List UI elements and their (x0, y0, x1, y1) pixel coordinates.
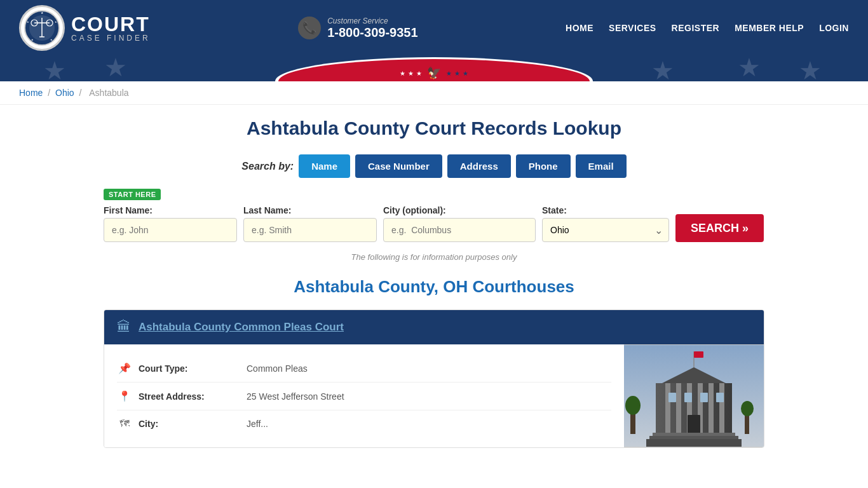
breadcrumb-state[interactable]: Ohio (55, 88, 74, 98)
search-button[interactable]: SEARCH » (675, 214, 764, 242)
svg-rect-20 (676, 383, 681, 434)
nav-register[interactable]: REGISTER (672, 23, 720, 33)
search-by-row: Search by: Name Case Number Address Phon… (104, 154, 764, 178)
state-select[interactable]: Ohio Alabama Alaska Arizona Arkansas Cal… (542, 218, 669, 242)
breadcrumb-home[interactable]: Home (19, 88, 43, 98)
first-name-label: First Name: (104, 205, 237, 215)
svg-rect-32 (646, 439, 742, 447)
logo-text: COURT CASE FINDER (71, 14, 151, 42)
main-content: Ashtabula County Court Records Lookup Se… (85, 105, 783, 473)
header-banner: ★ ★ ★ ★ ★ ★ ★ ★ 🦅 ★ ★ ★ (0, 56, 868, 81)
breadcrumb: Home / Ohio / Ashtabula (0, 81, 868, 105)
stars-left: ★ ★ ★ (400, 70, 422, 77)
start-here-badge: START HERE (104, 189, 161, 200)
search-form: First Name: Last Name: City (optional): … (104, 205, 764, 242)
star-1: ★ (400, 70, 405, 77)
search-by-label: Search by: (241, 161, 294, 172)
page-title: Ashtabula County Court Records Lookup (104, 118, 764, 139)
star-3: ★ (416, 70, 422, 77)
breadcrumb-sep-2: / (79, 88, 85, 98)
last-name-label: Last Name: (243, 205, 377, 215)
last-name-input[interactable] (243, 218, 377, 242)
star-6: ★ (463, 70, 468, 77)
logo-emblem: ★ ★ ★ ★ ★ (19, 5, 65, 51)
svg-text:★: ★ (55, 20, 57, 24)
main-nav: HOME SERVICES REGISTER MEMBER HELP LOGIN (566, 23, 849, 33)
star-4: ★ (446, 70, 452, 77)
svg-rect-30 (653, 433, 735, 436)
tab-address[interactable]: Address (447, 154, 511, 178)
city-label-detail: City: (139, 419, 240, 429)
star-5: ★ (454, 70, 460, 77)
first-name-group: First Name: (104, 205, 237, 242)
street-address-label: Street Address: (139, 391, 240, 402)
svg-rect-24 (719, 383, 724, 434)
cs-text: Customer Service 1-800-309-9351 (327, 17, 417, 40)
city-row: 🗺 City: Jeff... (117, 410, 611, 437)
city-group: City (optional): (383, 205, 536, 242)
courthouse-icon: 🏛 (117, 319, 131, 336)
pin-icon: 📌 (117, 362, 132, 374)
courthouse-header: 🏛 Ashtabula County Common Pleas Court (104, 310, 764, 344)
courthouse-card: 🏛 Ashtabula County Common Pleas Court 📌 … (104, 309, 764, 448)
phone-icon: 📞 (298, 17, 321, 39)
state-group: State: Ohio Alabama Alaska Arizona Arkan… (542, 205, 669, 242)
info-note: The following is for information purpose… (104, 252, 764, 262)
courthouses-section-title: Ashtabula County, OH Courthouses (104, 277, 764, 297)
star-2: ★ (408, 70, 414, 77)
tab-name[interactable]: Name (299, 154, 350, 178)
city-input[interactable] (383, 218, 536, 242)
svg-point-14 (625, 396, 641, 415)
last-name-group: Last Name: (243, 205, 377, 242)
svg-text:★: ★ (27, 20, 29, 24)
eagle-area: ★ ★ ★ 🦅 ★ ★ ★ (400, 66, 468, 80)
logo-svg: ★ ★ ★ ★ ★ (23, 9, 61, 47)
nav-member-help[interactable]: MEMBER HELP (735, 23, 804, 33)
svg-rect-31 (649, 436, 738, 439)
cs-label: Customer Service (327, 17, 417, 25)
svg-rect-29 (688, 415, 700, 434)
logo-court-label: COURT (71, 14, 151, 34)
svg-rect-19 (665, 383, 670, 434)
breadcrumb-county: Ashtabula (89, 88, 128, 98)
nav-login[interactable]: LOGIN (819, 23, 849, 33)
svg-rect-27 (700, 393, 708, 402)
customer-service: 📞 Customer Service 1-800-309-9351 (298, 17, 417, 40)
street-address-value: 25 West Jefferson Street (247, 391, 344, 402)
svg-text:★: ★ (50, 38, 53, 41)
svg-rect-28 (716, 393, 724, 402)
tab-email[interactable]: Email (576, 154, 627, 178)
nav-home[interactable]: HOME (566, 23, 593, 33)
svg-text:★: ★ (31, 38, 34, 41)
court-type-row: 📌 Court Type: Common Pleas (117, 355, 611, 383)
tab-case-number[interactable]: Case Number (355, 154, 442, 178)
city-value: Jeff... (247, 419, 268, 429)
breadcrumb-sep-1: / (48, 88, 53, 98)
map-icon: 🗺 (117, 418, 132, 430)
courthouse-image (624, 344, 764, 447)
start-here-badge-wrapper: START HERE (104, 188, 764, 205)
cs-phone: 1-800-309-9351 (327, 25, 417, 40)
first-name-input[interactable] (104, 218, 237, 242)
svg-rect-23 (709, 383, 714, 434)
nav-services[interactable]: SERVICES (609, 23, 656, 33)
courthouse-details: 📌 Court Type: Common Pleas 📍 Street Addr… (104, 344, 624, 447)
court-type-value: Common Pleas (247, 363, 308, 374)
courthouse-body: 📌 Court Type: Common Pleas 📍 Street Addr… (104, 344, 764, 447)
court-type-label: Court Type: (139, 363, 240, 374)
logo-case-finder-label: CASE FINDER (71, 34, 151, 42)
building-illustration (624, 344, 764, 447)
eagle-icon: 🦅 (427, 66, 441, 80)
state-label: State: (542, 205, 669, 215)
stars-right: ★ ★ ★ (446, 70, 468, 77)
logo-area: ★ ★ ★ ★ ★ COURT CASE FINDER (19, 5, 151, 51)
svg-rect-34 (694, 351, 703, 358)
tab-phone[interactable]: Phone (516, 154, 571, 178)
svg-rect-26 (684, 393, 692, 402)
street-address-row: 📍 Street Address: 25 West Jefferson Stre… (117, 383, 611, 410)
location-icon: 📍 (117, 390, 132, 402)
state-wrapper: Ohio Alabama Alaska Arizona Arkansas Cal… (542, 218, 669, 242)
city-label: City (optional): (383, 205, 536, 215)
svg-rect-25 (668, 393, 676, 402)
courthouse-name[interactable]: Ashtabula County Common Pleas Court (139, 321, 344, 334)
